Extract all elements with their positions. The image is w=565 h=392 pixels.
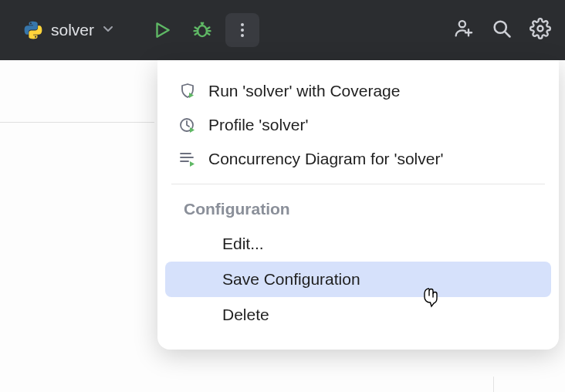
- menu-divider: [171, 184, 545, 184]
- svg-point-2: [241, 29, 244, 32]
- code-with-me-button[interactable]: [452, 18, 474, 42]
- settings-button[interactable]: [529, 18, 551, 42]
- chevron-down-icon: [102, 22, 114, 38]
- search-button[interactable]: [491, 18, 513, 42]
- concurrency-icon: [178, 149, 198, 169]
- config-name-label: solver: [51, 21, 94, 39]
- svg-point-3: [241, 34, 244, 37]
- svg-point-1: [241, 23, 244, 26]
- profile-icon: [178, 115, 198, 135]
- toolbar: solver: [0, 0, 565, 60]
- right-toolbar-group: [452, 18, 551, 42]
- run-config-selector[interactable]: solver: [14, 15, 123, 45]
- menu-item-profile[interactable]: Profile 'solver': [157, 108, 559, 142]
- menu-item-concurrency[interactable]: Concurrency Diagram for 'solver': [157, 142, 559, 176]
- menu-item-save-configuration[interactable]: Save Configuration: [165, 262, 551, 297]
- debug-button[interactable]: [185, 13, 219, 47]
- svg-point-0: [198, 25, 207, 36]
- menu-item-edit[interactable]: Edit...: [165, 226, 551, 262]
- menu-item-label: Run 'solver' with Coverage: [208, 82, 400, 100]
- menu-section-header: Configuration: [157, 195, 559, 226]
- python-icon: [23, 20, 43, 40]
- menu-item-label: Edit...: [222, 235, 264, 252]
- svg-point-4: [459, 21, 465, 27]
- coverage-icon: [178, 81, 198, 101]
- more-actions-button[interactable]: [225, 13, 259, 47]
- menu-item-label: Profile 'solver': [208, 116, 308, 134]
- menu-item-run-coverage[interactable]: Run 'solver' with Coverage: [157, 74, 559, 108]
- menu-item-delete[interactable]: Delete: [165, 297, 551, 333]
- menu-item-label: Save Configuration: [222, 270, 360, 288]
- menu-item-label: Delete: [222, 306, 269, 323]
- svg-point-6: [538, 26, 543, 32]
- run-button[interactable]: [145, 13, 179, 47]
- more-actions-menu: Run 'solver' with Coverage Profile 'solv…: [157, 60, 559, 350]
- menu-item-label: Concurrency Diagram for 'solver': [208, 150, 443, 168]
